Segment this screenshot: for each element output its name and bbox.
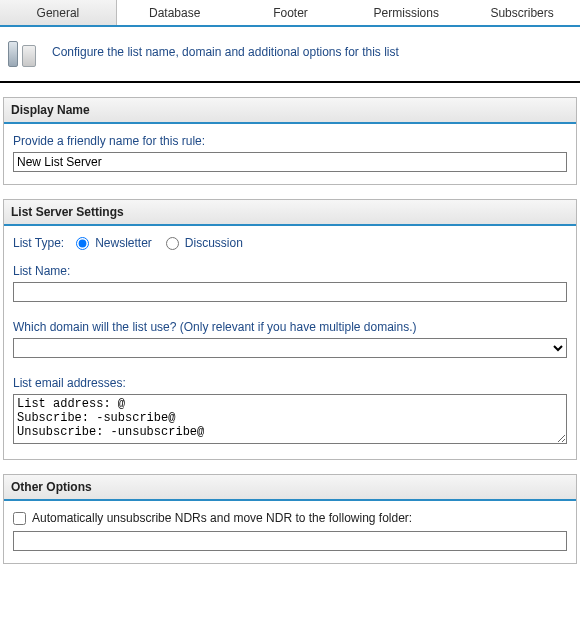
list-type-discussion-radio[interactable] — [166, 237, 179, 250]
server-config-icon — [8, 37, 42, 67]
domain-select[interactable] — [13, 338, 567, 358]
newsletter-label: Newsletter — [95, 236, 152, 250]
list-type-label: List Type: — [13, 236, 64, 250]
tab-permissions[interactable]: Permissions — [348, 0, 464, 25]
discussion-label: Discussion — [185, 236, 243, 250]
ndr-folder-input[interactable] — [13, 531, 567, 551]
page-description: Configure the list name, domain and addi… — [52, 45, 399, 59]
auto-unsubscribe-ndr-checkbox[interactable] — [13, 512, 26, 525]
list-name-label: List Name: — [13, 264, 567, 278]
tab-footer[interactable]: Footer — [233, 0, 349, 25]
list-type-row: List Type: Newsletter Discussion — [13, 236, 567, 250]
email-addresses-textarea[interactable] — [13, 394, 567, 444]
tab-database[interactable]: Database — [117, 0, 233, 25]
page-header: Configure the list name, domain and addi… — [0, 27, 580, 83]
other-options-panel: Other Options Automatically unsubscribe … — [3, 474, 577, 564]
other-options-header: Other Options — [4, 475, 576, 501]
tab-general[interactable]: General — [0, 0, 117, 25]
tab-bar: General Database Footer Permissions Subs… — [0, 0, 580, 27]
domain-label: Which domain will the list use? (Only re… — [13, 320, 567, 334]
display-name-label: Provide a friendly name for this rule: — [13, 134, 567, 148]
list-server-settings-header: List Server Settings — [4, 200, 576, 226]
display-name-header: Display Name — [4, 98, 576, 124]
email-addresses-label: List email addresses: — [13, 376, 567, 390]
list-name-input[interactable] — [13, 282, 567, 302]
display-name-input[interactable] — [13, 152, 567, 172]
auto-unsubscribe-ndr-label: Automatically unsubscribe NDRs and move … — [32, 511, 412, 525]
list-type-newsletter-radio[interactable] — [76, 237, 89, 250]
tab-subscribers[interactable]: Subscribers — [464, 0, 580, 25]
list-server-settings-panel: List Server Settings List Type: Newslett… — [3, 199, 577, 460]
display-name-panel: Display Name Provide a friendly name for… — [3, 97, 577, 185]
